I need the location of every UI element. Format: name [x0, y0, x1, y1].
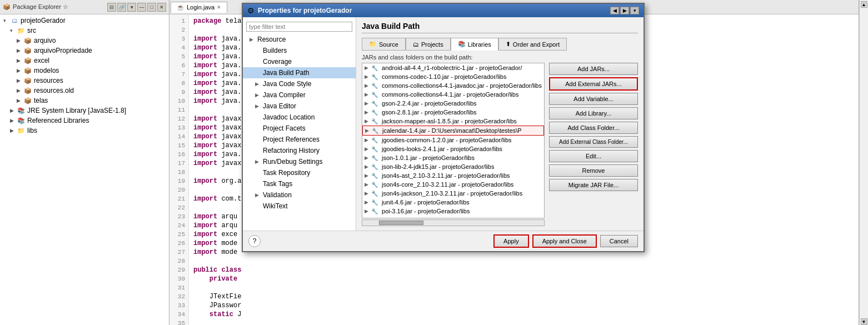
jar-item-3[interactable]: ▶ 🔧 commons-collections4-4.1-javadoc.jar… — [362, 81, 544, 90]
jar-name: json-1.0.1.jar - projetoGerador/libs — [382, 154, 475, 161]
tree-item-telas[interactable]: ▶ 📦 telas — [1, 96, 168, 106]
add-jars-btn[interactable]: Add JARs... — [549, 63, 638, 75]
tab-projects-label: Projects — [421, 41, 443, 48]
nav-item-coverage[interactable]: Coverage — [243, 56, 356, 67]
collapse-all-btn[interactable]: ⊟ — [107, 3, 116, 12]
tree-arrow: ▶ — [17, 88, 23, 93]
tree-item-excel[interactable]: ▶ 📦 excel — [1, 56, 168, 66]
jar-item-15[interactable]: ▶ 🔧 json4s-jackson_2.10-3.2.11.jar - pro… — [362, 189, 544, 198]
nav-item-java-compiler[interactable]: ▶ Java Compiler — [243, 89, 356, 101]
tree-item-libs[interactable]: ▶ 📁 libs — [1, 126, 168, 136]
jar-item-16[interactable]: ▶ 🔧 junit-4.6.jar - projetoGerador/libs — [362, 198, 544, 207]
editor-tab-login[interactable]: ☕ Login.java ✕ — [171, 2, 227, 13]
link-with-editor-btn[interactable]: 🔗 — [117, 3, 126, 12]
h-scrollbar[interactable] — [362, 219, 545, 226]
tree-item-arquivoPropriedade[interactable]: ▶ 📦 arquivoPropriedade — [1, 46, 168, 56]
jar-item-12[interactable]: ▶ 🔧 json-lib-2.4-jdk15.jar - projetoGera… — [362, 162, 544, 171]
h-scroll-thumb[interactable] — [379, 221, 423, 225]
scroll-down-btn[interactable]: ▼ — [861, 318, 867, 325]
jar-item-17[interactable]: ▶ 🔧 poi-3.16.jar - projetoGerador/libs — [362, 207, 544, 216]
view-menu-btn[interactable]: ▾ — [127, 3, 136, 12]
dialog-dropdown-btn[interactable]: ▾ — [630, 7, 639, 14]
tree-item-modelos[interactable]: ▶ 📦 modelos — [1, 66, 168, 76]
tree-item-resources-old[interactable]: ▶ 📦 resources.old — [1, 86, 168, 96]
nav-item-java-code-style[interactable]: ▶ Java Code Style — [243, 78, 356, 89]
apply-and-close-btn[interactable]: Apply and Close — [532, 234, 597, 248]
jar-item-14[interactable]: ▶ 🔧 json4s-core_2.10-3.2.11.jar - projet… — [362, 180, 544, 189]
jar-expand-arrow: ▶ — [365, 109, 371, 115]
nav-arrow: ▶ — [255, 103, 261, 109]
tab-order-export[interactable]: ⬆ Order and Export — [498, 38, 567, 51]
add-external-jars-btn[interactable]: Add External JARs... — [549, 77, 638, 91]
scroll-up-btn[interactable]: ▲ — [861, 1, 867, 8]
tab-close-btn[interactable]: ✕ — [217, 4, 221, 10]
nav-item-java-build-path[interactable]: Java Build Path — [243, 67, 356, 78]
tree-label: projetoGerador — [21, 17, 66, 24]
nav-item-project-references[interactable]: Project References — [243, 134, 356, 145]
nav-filter-input[interactable] — [246, 22, 352, 32]
tab-projects[interactable]: 🗂 Projects — [406, 38, 451, 51]
nav-item-task-tags[interactable]: Task Tags — [243, 178, 356, 189]
jar-icon: 🔧 — [371, 83, 380, 89]
jar-item-5[interactable]: ▶ 🔧 gson-2.2.4.jar - projetoGerador/libs — [362, 99, 544, 108]
minimize-btn[interactable]: — — [137, 3, 146, 12]
help-btn[interactable]: ? — [248, 235, 261, 247]
tree-item-projetoGerador[interactable]: ▾ 🗂 projetoGerador — [1, 16, 168, 26]
jar-expand-arrow: ▶ — [365, 128, 372, 133]
migrate-jar-btn[interactable]: Migrate JAR File... — [549, 179, 638, 191]
add-library-btn[interactable]: Add Library... — [549, 107, 638, 119]
tree-item-resources[interactable]: ▶ 📦 resources — [1, 76, 168, 86]
tabs-bar: 📁 Source 🗂 Projects 📚 Libraries ⬆ Order … — [362, 38, 638, 51]
jar-list[interactable]: ▶ 🔧 android-all-4.4_r1-robolectric-1.jar… — [362, 63, 545, 218]
source-icon: 📁 — [369, 41, 377, 48]
project-icon: 🗂 — [10, 16, 19, 25]
right-scrollbar[interactable]: ▲ ▼ — [859, 0, 868, 325]
jar-item-6[interactable]: ▶ 🔧 gson-2.8.1.jar - projetoGerador/libs — [362, 108, 544, 117]
jar-item-7[interactable]: ▶ 🔧 jackson-mapper-asl-1.8.5.jar - proje… — [362, 117, 544, 126]
nav-item-project-facets[interactable]: Project Facets — [243, 123, 356, 134]
nav-item-task-repository[interactable]: Task Repository — [243, 167, 356, 178]
package-icon: 📦 — [23, 96, 32, 105]
add-class-folder-btn[interactable]: Add Class Folder... — [549, 122, 638, 134]
jar-name: json-lib-2.4-jdk15.jar - projetoGerador/… — [382, 163, 494, 170]
nav-item-validation[interactable]: ▶ Validation — [243, 189, 356, 201]
jar-item-2[interactable]: ▶ 🔧 commons-codec-1.10.jar - projetoGera… — [362, 72, 544, 81]
jar-item-1[interactable]: ▶ 🔧 android-all-4.4_r1-robolectric-1.jar… — [362, 63, 544, 72]
dialog-forward-btn[interactable]: ▶ — [620, 7, 629, 14]
tab-source[interactable]: 📁 Source — [362, 38, 406, 51]
jar-icon: 🔧 — [371, 208, 380, 214]
apply-btn[interactable]: Apply — [493, 234, 529, 248]
cancel-btn[interactable]: Cancel — [600, 235, 638, 247]
edit-btn[interactable]: Edit... — [549, 150, 638, 162]
add-external-class-folder-btn[interactable]: Add External Class Folder... — [549, 136, 638, 148]
jar-item-4[interactable]: ▶ 🔧 commons-collections4-4.1.jar - proje… — [362, 90, 544, 99]
nav-item-refactoring-history[interactable]: Refactoring History — [243, 145, 356, 156]
jar-item-8-highlighted[interactable]: ▶ 🔧 jcalendar-1.4.jar - D:\Users\macat\D… — [362, 126, 544, 136]
nav-item-javadoc-location[interactable]: Javadoc Location — [243, 112, 356, 123]
jar-expand-arrow: ▶ — [365, 199, 371, 205]
maximize-btn[interactable]: □ — [147, 3, 156, 12]
remove-btn[interactable]: Remove — [549, 164, 638, 177]
add-variable-btn[interactable]: Add Variable... — [549, 93, 638, 105]
tree-item-src[interactable]: ▾ 📁 src — [1, 26, 168, 36]
tree-arrow: ▶ — [17, 48, 23, 53]
jar-item-11[interactable]: ▶ 🔧 json-1.0.1.jar - projetoGerador/libs — [362, 153, 544, 162]
dialog-back-btn[interactable]: ◀ — [610, 7, 619, 14]
tree-item-arquivo[interactable]: ▶ 📦 arquivo — [1, 36, 168, 46]
jar-item-9[interactable]: ▶ 🔧 jgoodies-common-1.2.0.jar - projetoG… — [362, 136, 544, 144]
tree-label: arquivoPropriedade — [34, 47, 92, 54]
nav-item-builders[interactable]: Builders — [243, 45, 356, 56]
jar-item-10[interactable]: ▶ 🔧 jgoodies-looks-2.4.1.jar - projetoGe… — [362, 144, 544, 153]
tree-item-jre[interactable]: ▶ 📚 JRE System Library [JavaSE-1.8] — [1, 106, 168, 116]
nav-item-resource[interactable]: ▶ Resource — [243, 34, 356, 45]
nav-item-run-debug[interactable]: ▶ Run/Debug Settings — [243, 156, 356, 167]
tree-item-reflibs[interactable]: ▶ 📚 Referenced Libraries — [1, 116, 168, 126]
dialog-main-content: Java Build Path 📁 Source 🗂 Projects 📚 Li… — [356, 17, 643, 231]
jar-item-13[interactable]: ▶ 🔧 json4s-ast_2.10-3.2.11.jar - projeto… — [362, 171, 544, 180]
close-panel-btn[interactable]: ✕ — [157, 3, 166, 12]
nav-arrow — [255, 170, 261, 176]
nav-item-wikitext[interactable]: WikiText — [243, 201, 356, 212]
tree-label: src — [27, 27, 36, 34]
nav-item-java-editor[interactable]: ▶ Java Editor — [243, 101, 356, 112]
tab-libraries[interactable]: 📚 Libraries — [451, 38, 498, 51]
